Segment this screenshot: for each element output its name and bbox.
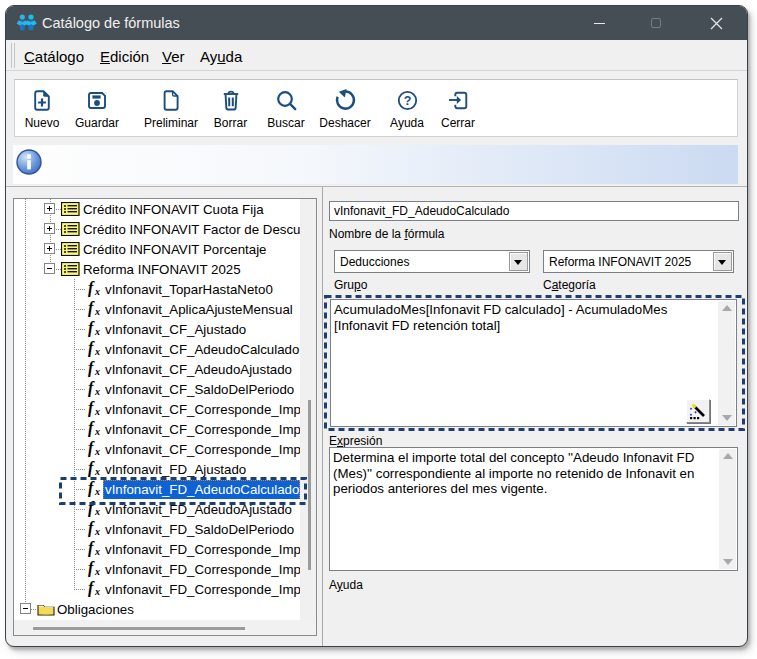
svg-text:?: ? bbox=[403, 94, 411, 108]
